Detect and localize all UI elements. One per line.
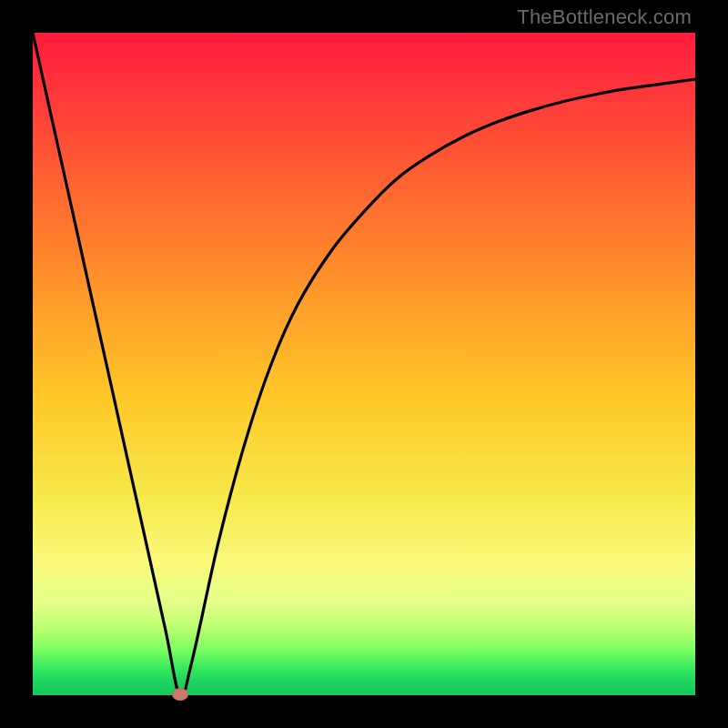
curve-svg (33, 33, 695, 695)
minimum-marker-dot (172, 688, 188, 701)
bottleneck-curve-path (33, 33, 695, 697)
plot-area (33, 33, 695, 695)
watermark-text: TheBottleneck.com (517, 5, 692, 29)
chart-frame: TheBottleneck.com (0, 0, 728, 728)
